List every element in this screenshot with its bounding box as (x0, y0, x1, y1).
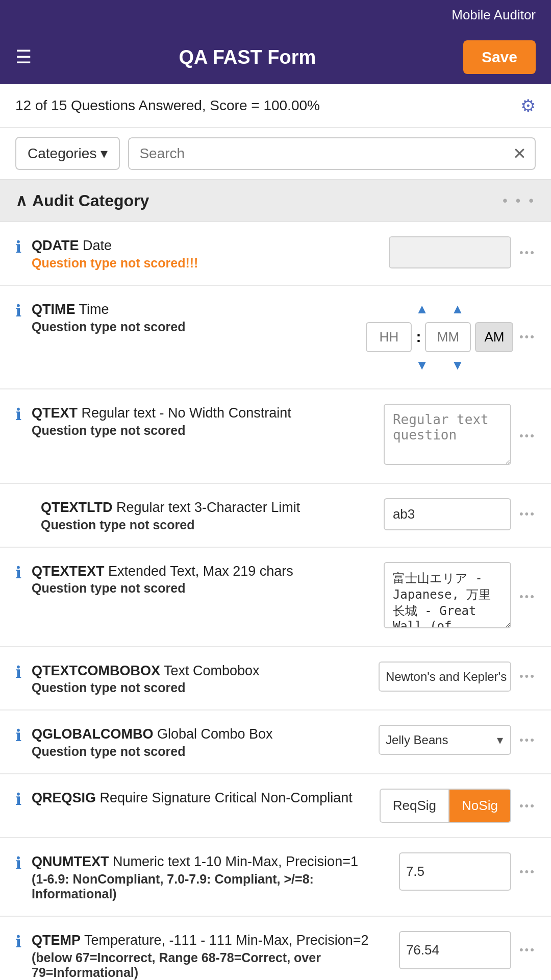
numtext-input[interactable] (400, 856, 511, 887)
info-icon: ℹ (15, 932, 21, 951)
hh-input[interactable] (366, 322, 412, 352)
row-dots-menu[interactable]: ••• (519, 246, 536, 259)
temp-input[interactable] (400, 935, 511, 965)
question-left: QNUMTEXT Numeric text 1-10 Min-Max, Prec… (32, 852, 389, 901)
question-right: 富士山エリア - Japanese, 万里长城 - Great Wall (of… (384, 562, 536, 632)
question-label: QTEMP Temperature, -111 - 111 Min-Max, P… (32, 931, 389, 950)
question-row: ℹ QTEMP Temperature, -111 - 111 Min-Max,… (0, 917, 551, 980)
question-sub: Question type not scored (32, 423, 373, 438)
info-icon: ℹ (15, 301, 21, 321)
question-right: ••• (384, 498, 536, 530)
search-input[interactable] (129, 138, 505, 169)
question-sub: Question type not scored (32, 744, 368, 759)
text-textarea[interactable]: Regular text question (384, 404, 511, 465)
question-label: QTEXTLTD Regular text 3-Character Limit (41, 498, 373, 518)
app-name: Mobile Auditor (452, 7, 536, 22)
nosig-button[interactable]: NoSig (449, 790, 510, 822)
question-right: Regular text question ••• (384, 404, 536, 469)
question-right: ReqSig NoSig ••• (380, 789, 536, 823)
question-left: QTEXT Regular text - No Width Constraint… (32, 404, 373, 438)
filter-bar: Categories ▾ ✕ (0, 128, 551, 180)
date-input[interactable] (390, 237, 511, 267)
question-sub: (below 67=Incorrect, Range 68-78=Correct… (32, 950, 389, 980)
row-dots-menu[interactable]: ••• (519, 943, 536, 957)
top-bar: Mobile Auditor (0, 0, 551, 30)
chevron-down-icon: ▾ (490, 728, 510, 752)
search-container: ✕ (128, 137, 536, 170)
question-row: ℹ QGLOBALCOMBO Global Combo Box Question… (0, 710, 551, 774)
question-sub: Question type not scored (32, 320, 358, 334)
question-left: QDATE Date Question type not scored!!! (32, 236, 379, 271)
question-label: QGLOBALCOMBO Global Combo Box (32, 725, 368, 744)
question-right: Newton's and Kepler's Laws ▾ ••• (379, 662, 536, 692)
question-right: ▲ ▼ ••• (399, 852, 536, 891)
radio-group: ReqSig NoSig (380, 789, 511, 823)
score-bar: 12 of 15 Questions Answered, Score = 100… (0, 84, 551, 128)
question-label: QTEXTCOMBOBOX Text Combobox (32, 662, 368, 681)
num-wrap: ▲ ▼ (399, 931, 511, 969)
categories-button[interactable]: Categories ▾ (15, 137, 120, 170)
question-left: QGLOBALCOMBO Global Combo Box Question t… (32, 725, 368, 759)
text-input-wrap (384, 498, 511, 530)
question-sub: Question type not scored (41, 518, 373, 532)
question-row: ℹ QTEXTEXT Extended Text, Max 219 chars … (0, 548, 551, 647)
hh-down-button[interactable]: ▼ (411, 356, 433, 374)
question-left: QTEXTCOMBOBOX Text Combobox Question typ… (32, 662, 368, 696)
row-dots-menu[interactable]: ••• (519, 330, 536, 344)
mm-input[interactable] (425, 322, 471, 352)
collapse-icon[interactable]: ∧ (15, 191, 27, 210)
info-icon: ℹ (15, 563, 21, 582)
textcombo-select[interactable]: Newton's and Kepler's Laws (380, 663, 511, 691)
question-label: QTEXT Regular text - No Width Constraint (32, 404, 373, 423)
question-right: 📅 ••• (389, 236, 536, 268)
hh-up-button[interactable]: ▲ (411, 300, 433, 318)
gear-icon[interactable]: ⚙ (520, 95, 536, 116)
row-dots-menu[interactable]: ••• (519, 865, 536, 878)
menu-icon[interactable]: ☰ (15, 46, 32, 68)
save-button[interactable]: Save (463, 40, 536, 74)
header: ☰ QA FAST Form Save (0, 30, 551, 84)
row-dots-menu[interactable]: ••• (519, 590, 536, 603)
question-sub: Question type not scored (32, 680, 368, 695)
info-icon: ℹ (15, 726, 21, 745)
question-left: QREQSIG Require Signature Critical Non-C… (32, 789, 369, 808)
question-left: QTEMP Temperature, -111 - 111 Min-Max, P… (32, 931, 389, 980)
question-row: ℹ QTEXTCOMBOBOX Text Combobox Question t… (0, 647, 551, 711)
page-title: QA FAST Form (179, 46, 316, 68)
question-right: ▲ ▲ : AM ▼ (368, 300, 536, 374)
row-dots-menu[interactable]: ••• (519, 670, 536, 683)
reqsig-button[interactable]: ReqSig (381, 790, 449, 822)
time-colon: : (416, 328, 421, 346)
question-label: QTIME Time (32, 300, 358, 320)
question-right: ▲ ▼ ••• (399, 931, 536, 969)
mm-up-button[interactable]: ▲ (447, 300, 468, 318)
question-label: QDATE Date (32, 236, 379, 256)
question-left: QTEXTLTD Regular text 3-Character Limit … (15, 498, 373, 532)
row-dots-menu[interactable]: ••• (519, 507, 536, 521)
question-sub: Question type not scored!!! (32, 256, 379, 271)
combo-wrap: Jelly Beans ▾ (379, 725, 511, 755)
question-row: ℹ QDATE Date Question type not scored!!!… (0, 222, 551, 286)
chevron-down-icon: ▾ (101, 145, 108, 162)
question-sub: Question type not scored (32, 581, 373, 596)
question-label: QTEXTEXT Extended Text, Max 219 chars (32, 562, 373, 581)
question-right: Jelly Beans ▾ ••• (379, 725, 536, 755)
category-dots-menu[interactable]: • • • (503, 192, 536, 209)
ampm-button[interactable]: AM (475, 322, 513, 352)
globalcombo-select[interactable]: Jelly Beans (380, 726, 490, 754)
clear-search-button[interactable]: ✕ (505, 139, 535, 168)
categories-label: Categories (28, 145, 96, 162)
score-text: 12 of 15 Questions Answered, Score = 100… (15, 97, 320, 114)
question-row: ℹ QNUMTEXT Numeric text 1-10 Min-Max, Pr… (0, 838, 551, 917)
question-row: ℹ QTEXT Regular text - No Width Constrai… (0, 389, 551, 484)
question-left: QTEXTEXT Extended Text, Max 219 chars Qu… (32, 562, 373, 596)
text-area-wrap: Regular text question (384, 404, 511, 469)
audit-category-header: ∧ Audit Category • • • (0, 180, 551, 222)
row-dots-menu[interactable]: ••• (519, 799, 536, 813)
row-dots-menu[interactable]: ••• (519, 733, 536, 747)
textltd-input[interactable] (384, 498, 511, 530)
time-wrap: ▲ ▲ : AM ▼ (368, 300, 511, 374)
mm-down-button[interactable]: ▼ (447, 356, 468, 374)
exttext-textarea[interactable]: 富士山エリア - Japanese, 万里长城 - Great Wall (of… (384, 562, 511, 628)
row-dots-menu[interactable]: ••• (519, 429, 536, 443)
